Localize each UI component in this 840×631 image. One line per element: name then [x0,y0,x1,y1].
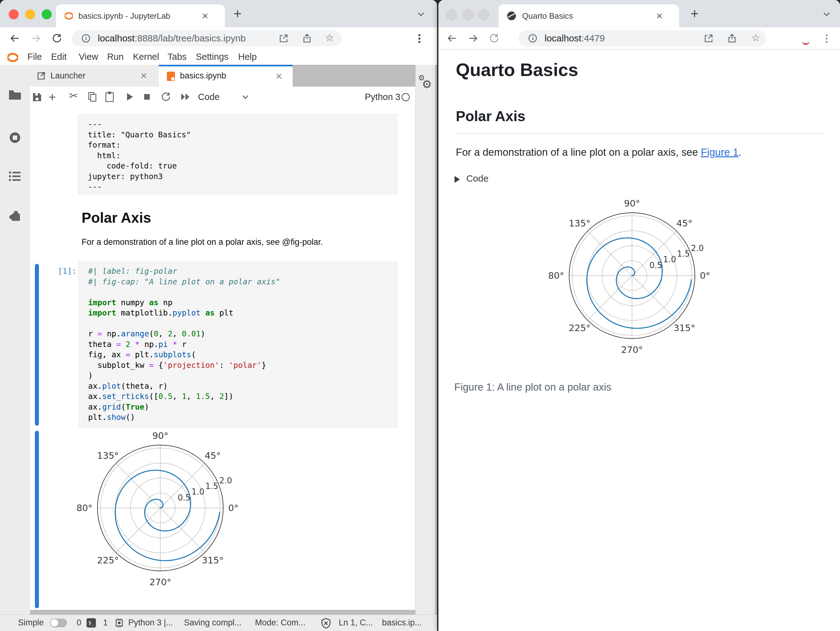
stop-kernel-icon[interactable] [142,92,152,103]
accessibility-shield-icon[interactable] [321,618,331,630]
paste-cell-icon[interactable] [104,91,115,104]
figure-link[interactable]: Figure 1 [701,146,739,158]
disclosure-triangle-icon [455,176,460,183]
menu-item-file[interactable]: File [27,49,42,65]
site-info-icon[interactable] [528,33,538,44]
run-cell-icon[interactable] [125,92,134,103]
code-cell[interactable]: #| label: fig-polar#| fig-cap: "A line p… [79,262,397,427]
tab-close-icon[interactable] [656,13,663,21]
address-bar[interactable]: localhost:8888/lab/tree/basics.ipynb ☆ [72,30,342,46]
tab-search-chevron-icon[interactable] [417,11,425,19]
figure-polar-plot: 0°45°90°135°180°225°270°315°0.51.01.52.0 [548,191,716,360]
active-cell-indicator[interactable] [35,264,39,426]
property-inspector-gear-icon[interactable]: ⚙ [422,78,432,91]
save-icon[interactable] [32,92,43,104]
add-cell-icon[interactable] [47,92,57,104]
window-scrollbar[interactable] [435,65,437,615]
reload-icon[interactable] [489,33,499,45]
browser-menu-dots-icon[interactable] [417,33,422,45]
traffic-light-minimize-button[interactable] [463,9,473,20]
svg-text:2.0: 2.0 [219,476,232,485]
cut-cell-icon[interactable]: ✂ [69,89,78,102]
traffic-light-minimize-button[interactable] [25,9,35,19]
cell-type-dropdown[interactable]: Code [198,87,219,107]
terminals-count[interactable]: 0 [77,615,81,631]
tab-close-icon[interactable] [276,73,282,81]
doc-tab-label: basics.ipynb [180,65,226,87]
back-icon[interactable] [9,33,20,45]
menu-item-view[interactable]: View [79,49,98,65]
tab-close-icon[interactable] [202,13,208,21]
svg-text:270°: 270° [150,577,171,587]
svg-text:90°: 90° [624,198,640,209]
forward-icon[interactable] [30,33,41,45]
raw-yaml-cell[interactable]: ---title: "Quarto Basics"format: html: c… [78,114,397,194]
share-icon[interactable] [727,34,737,44]
right-sidebar-strip: ⚙ ⚙ [415,65,436,615]
code-disclosure[interactable]: Code [455,173,488,184]
kernel-name-label[interactable]: Python 3 [360,87,400,107]
file-browser-icon[interactable] [8,89,22,102]
menu-item-help[interactable]: Help [238,49,257,65]
cell-type-chevron-icon[interactable] [242,95,249,101]
table-of-contents-icon[interactable] [8,170,22,184]
left-activity-bar [0,65,30,615]
kernels-count[interactable]: 1 [103,615,108,631]
saving-status: Saving compl... [184,615,242,631]
menu-item-run[interactable]: Run [107,49,123,65]
browser-tab-quarto[interactable]: Quarto Basics [499,4,679,27]
svg-text:315°: 315° [202,555,224,566]
svg-text:1.0: 1.0 [191,487,204,497]
browser-menu-dots-icon[interactable] [824,33,829,45]
bookmark-star-icon[interactable]: ☆ [751,32,760,44]
open-in-new-icon[interactable] [704,34,713,44]
paragraph-text: For a demonstration of a line plot on a … [456,146,701,158]
jupyterlab-statusbar: Simple 0 $_ 1 Python 3 |... Saving compl… [0,615,437,631]
copy-cell-icon[interactable] [87,91,98,104]
tab-close-icon[interactable] [141,73,147,80]
markdown-heading: Polar Axis [82,209,151,226]
figure-caption: Figure 1: A line plot on a polar axis [454,381,611,393]
simple-mode-toggle[interactable] [50,618,67,627]
doc-tab-launcher[interactable]: Launcher [30,65,159,87]
extensions-puzzle-icon[interactable] [8,209,22,224]
simple-mode-label: Simple [18,615,44,631]
launcher-icon [37,71,46,82]
quarto-browser-window: Quarto Basics [438,0,840,631]
doc-tab-notebook[interactable]: basics.ipynb [159,65,293,88]
traffic-light-zoom-button[interactable] [42,9,52,19]
forward-icon[interactable] [467,33,478,45]
tab-search-chevron-icon[interactable] [822,11,831,19]
site-info-icon[interactable] [81,33,91,44]
open-in-new-icon[interactable] [279,34,288,44]
svg-text:0°: 0° [228,503,238,513]
code-lines: #| label: fig-polar#| fig-cap: "A line p… [88,266,280,423]
browser-tab-jupyterlab[interactable]: basics.ipynb - JupyterLab [56,4,225,27]
menu-item-tabs[interactable]: Tabs [167,49,186,65]
restart-kernel-icon[interactable] [161,92,171,103]
share-icon[interactable] [302,34,312,44]
reload-icon[interactable] [52,33,62,45]
svg-text:225°: 225° [569,323,591,333]
mode-status[interactable]: Mode: Com... [255,615,305,631]
back-icon[interactable] [447,33,457,45]
profile-avatar-indicator[interactable] [802,40,810,45]
url-path: :8888/lab/tree/basics.ipynb [134,33,246,43]
menu-item-edit[interactable]: Edit [51,49,66,65]
line-col-status[interactable]: Ln 1, C... [339,615,373,631]
new-tab-button[interactable] [233,9,242,20]
quarto-favicon-icon [507,11,516,22]
traffic-light-close-button[interactable] [9,9,19,19]
restart-run-all-icon[interactable] [180,92,191,103]
new-tab-button[interactable] [690,9,699,20]
output-cell-indicator[interactable] [35,431,39,608]
traffic-light-zoom-button[interactable] [478,9,489,20]
kernel-status-text[interactable]: Python 3 |... [128,615,173,631]
address-bar[interactable]: localhost:4479 ☆ [518,30,766,46]
traffic-light-close-button[interactable] [446,9,457,20]
menu-item-kernel[interactable]: Kernel [133,49,159,65]
running-kernels-icon[interactable] [8,131,22,146]
bookmark-star-icon[interactable]: ☆ [325,32,334,44]
kernel-status-icon[interactable] [401,92,411,103]
menu-item-settings[interactable]: Settings [196,49,229,65]
